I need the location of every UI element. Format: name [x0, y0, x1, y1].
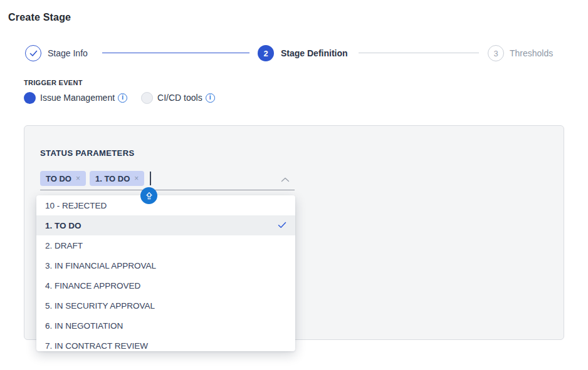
step-3-number: 3: [493, 49, 498, 58]
step-connector-1: [102, 53, 249, 53]
check-icon: [278, 220, 286, 230]
remove-tag-icon[interactable]: ×: [76, 174, 80, 183]
dropdown-option-selected[interactable]: 1. TO DO: [36, 215, 295, 235]
step-3-label[interactable]: Thresholds: [510, 48, 553, 58]
check-icon: [29, 50, 38, 57]
create-stage-screen: Create Stage Stage Info 2 Stage Definiti…: [0, 0, 588, 370]
option-label: 6. IN NEGOTIATION: [45, 321, 123, 331]
dropdown-option[interactable]: 6. IN NEGOTIATION: [36, 316, 295, 336]
chevron-up-icon[interactable]: [281, 175, 290, 183]
step-1-circle-completed[interactable]: [25, 45, 41, 61]
selected-tags: TO DO × 1. TO DO ×: [40, 171, 151, 186]
step-connector-2: [359, 53, 479, 53]
option-label: 4. FINANCE APPROVED: [45, 281, 140, 290]
tag-label: TO DO: [46, 174, 71, 183]
status-parameters-label: STATUS PARAMETERS: [40, 148, 135, 158]
chevron-up-glyph: [281, 177, 290, 182]
option-label: 10 - REJECTED: [45, 201, 107, 210]
trigger-event-label: TRIGGER EVENT: [24, 79, 83, 86]
status-multiselect-input[interactable]: TO DO × 1. TO DO ×: [40, 170, 295, 190]
dropdown-option[interactable]: 5. IN SECURITY APPROVAL: [36, 295, 295, 316]
option-label: 1. TO DO: [45, 221, 81, 230]
check-glyph: [278, 222, 286, 229]
tag-to-do[interactable]: TO DO ×: [40, 171, 86, 186]
step-2-circle-active[interactable]: 2: [258, 45, 274, 61]
wizard-stepper: Stage Info 2 Stage Definition 3 Threshol…: [0, 45, 588, 61]
dropdown-option[interactable]: 2. DRAFT: [36, 235, 295, 255]
cursor-click-badge: [140, 187, 157, 204]
trigger-event-options: Issue Management i CI/CD tools i: [24, 91, 215, 104]
page-title: Create Stage: [8, 12, 71, 23]
status-dropdown: 10 - REJECTED 1. TO DO 2. DRAFT 3. IN FI…: [36, 195, 295, 351]
step-1-label[interactable]: Stage Info: [48, 48, 88, 58]
option-label: 5. IN SECURITY APPROVAL: [45, 301, 155, 311]
step-2-number: 2: [263, 49, 268, 58]
tag-1-to-do[interactable]: 1. TO DO ×: [90, 171, 144, 186]
step-2-label[interactable]: Stage Definition: [281, 48, 348, 58]
remove-tag-icon[interactable]: ×: [134, 174, 139, 183]
option-label: 3. IN FINANCIAL APPROVAL: [45, 261, 156, 270]
cursor-up-arrow-icon: [144, 191, 154, 201]
dropdown-option[interactable]: 10 - REJECTED: [36, 195, 295, 215]
dropdown-option[interactable]: 3. IN FINANCIAL APPROVAL: [36, 255, 295, 275]
option-label: 2. DRAFT: [45, 241, 83, 250]
dropdown-option[interactable]: 4. FINANCE APPROVED: [36, 275, 295, 295]
radio-issue-management-label[interactable]: Issue Management: [40, 93, 115, 103]
step-3-circle-upcoming[interactable]: 3: [488, 45, 504, 61]
radio-cicd-tools-label[interactable]: CI/CD tools: [157, 93, 202, 103]
option-label: 7. IN CONTRACT REVIEW: [45, 341, 148, 351]
info-icon[interactable]: i: [206, 93, 215, 103]
radio-issue-management[interactable]: [24, 92, 36, 104]
tag-label: 1. TO DO: [95, 174, 130, 183]
text-cursor: [150, 172, 151, 185]
dropdown-option[interactable]: 7. IN CONTRACT REVIEW: [36, 336, 295, 351]
radio-cicd-tools[interactable]: [141, 92, 153, 104]
info-icon[interactable]: i: [118, 93, 127, 103]
